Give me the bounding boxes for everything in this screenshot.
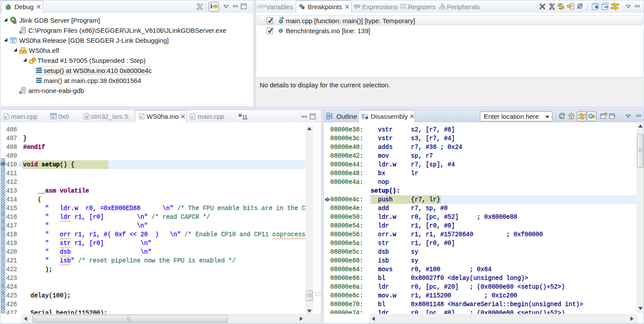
svg-text:c: c bbox=[5, 115, 7, 119]
svg-text:S: S bbox=[86, 115, 88, 119]
svg-text:C: C bbox=[12, 39, 15, 43]
svg-text:c: c bbox=[140, 115, 142, 119]
svg-text:c: c bbox=[52, 115, 55, 119]
svg-text:c: c bbox=[191, 115, 193, 119]
